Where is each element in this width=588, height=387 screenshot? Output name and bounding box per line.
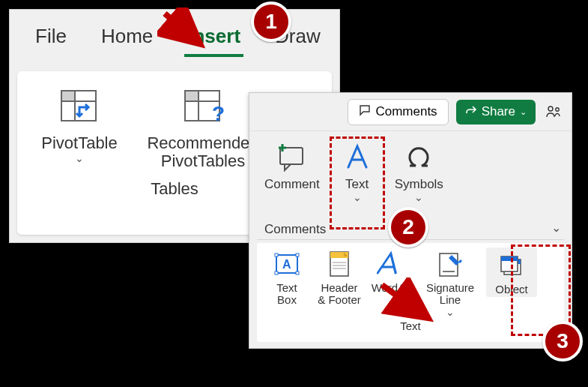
textbox-icon: A: [270, 248, 303, 280]
ribbon-row-1: Comment Text ⌄ Symbols ⌄: [249, 131, 572, 205]
speech-bubble-icon: [359, 104, 371, 120]
object-button[interactable]: Object: [486, 248, 537, 297]
symbols-dropdown[interactable]: Symbols ⌄: [395, 139, 443, 203]
pivottable-icon: [57, 85, 102, 130]
share-button-label: Share: [482, 104, 515, 119]
svg-rect-5: [185, 91, 198, 101]
annotation-arrow-2: [375, 278, 442, 330]
symbols-label: Symbols: [395, 178, 443, 191]
annotation-badge-1: 1: [251, 2, 291, 42]
comment-button[interactable]: Comment: [264, 139, 320, 191]
svg-line-31: [165, 14, 196, 40]
svg-point-9: [548, 106, 553, 111]
tab-home[interactable]: Home: [98, 19, 156, 54]
chevron-down-icon: ⌄: [520, 107, 527, 117]
textbox-button[interactable]: A Text Box: [264, 248, 309, 306]
share-button[interactable]: Share ⌄: [456, 100, 536, 124]
comment-label: Comment: [264, 178, 320, 191]
svg-rect-15: [275, 254, 278, 256]
wordart-icon: [375, 248, 408, 280]
svg-rect-16: [296, 254, 299, 256]
recommended-pivottables-label: Recommended PivotTables: [147, 134, 258, 170]
collapse-ribbon-icon[interactable]: ⌄: [551, 220, 561, 235]
chevron-down-icon: ⌄: [414, 191, 423, 203]
signature-icon: [434, 248, 467, 280]
svg-rect-17: [275, 272, 278, 274]
svg-text:?: ?: [212, 102, 224, 125]
omega-icon: [401, 139, 437, 175]
text-dropdown[interactable]: Text ⌄: [339, 139, 375, 203]
chevron-down-icon: ⌄: [353, 191, 362, 203]
header-footer-button[interactable]: Header & Footer: [317, 248, 362, 306]
text-label: Text: [345, 178, 369, 191]
annotation-badge-3: 3: [542, 321, 583, 362]
object-icon: [495, 249, 528, 282]
svg-rect-25: [440, 254, 458, 276]
svg-line-32: [382, 285, 424, 315]
header-footer-label: Header & Footer: [318, 282, 361, 306]
chevron-down-icon: ⌄: [75, 152, 84, 164]
object-label: Object: [495, 284, 527, 296]
comments-group-label: Comments: [264, 222, 326, 237]
svg-rect-1: [61, 91, 75, 101]
chevron-down-icon: ⌄: [446, 306, 455, 318]
new-comment-icon: [274, 139, 310, 175]
svg-text:A: A: [282, 258, 291, 271]
pivottable-button[interactable]: PivotTable ⌄: [31, 85, 128, 170]
svg-rect-18: [296, 272, 299, 274]
annotation-badge-2: 2: [388, 207, 428, 248]
recommended-pivottables-icon: ?: [181, 85, 225, 130]
comments-button[interactable]: Comments: [348, 99, 448, 125]
annotation-arrow-1: [157, 8, 210, 52]
title-bar-actions: Comments Share ⌄: [249, 93, 572, 131]
header-footer-icon: [323, 248, 356, 280]
textbox-label: Text Box: [276, 282, 297, 306]
share-icon: [465, 104, 477, 120]
tab-file[interactable]: File: [32, 19, 70, 54]
pivottable-label: PivotTable: [41, 134, 118, 152]
svg-point-10: [556, 108, 559, 111]
text-icon: [339, 139, 375, 175]
svg-rect-30: [501, 256, 518, 261]
comments-button-label: Comments: [375, 104, 437, 119]
collaboration-icon[interactable]: [543, 101, 564, 122]
